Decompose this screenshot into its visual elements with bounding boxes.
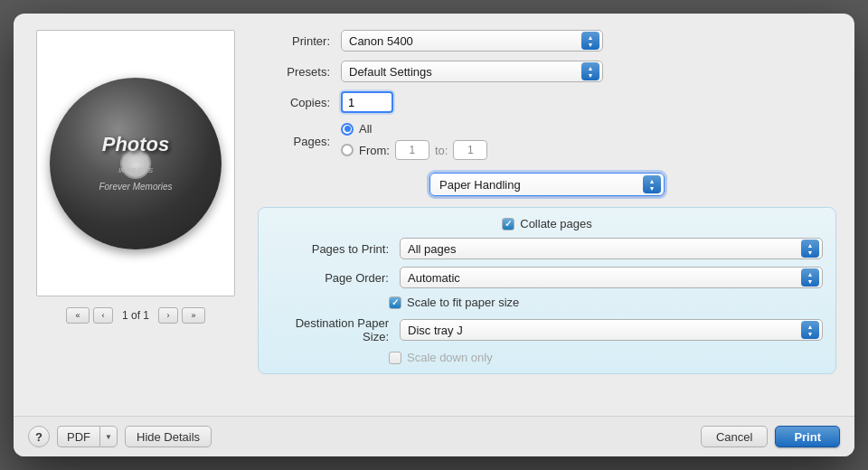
cancel-button[interactable]: Cancel	[701, 426, 768, 447]
hide-details-button[interactable]: Hide Details	[125, 426, 212, 447]
pages-row: Pages: All From: to:	[258, 122, 836, 160]
copies-input[interactable]	[341, 91, 393, 113]
presets-label: Presets:	[258, 65, 330, 79]
last-page-button[interactable]: »	[182, 307, 205, 324]
disc-container: Photos Life IMPRINTS Forever Memories	[50, 78, 222, 249]
paper-handling-section: Collate pages Pages to Print: All pages …	[258, 207, 836, 374]
printer-label: Printer:	[258, 34, 330, 48]
dialog-footer: ? PDF ▼ Hide Details Cancel Print	[14, 416, 854, 456]
pages-label: Pages:	[258, 135, 330, 148]
collate-checkbox[interactable]	[502, 218, 514, 230]
all-pages-label: All	[359, 122, 372, 136]
disc: Photos Life IMPRINTS Forever Memories	[50, 78, 222, 249]
page-order-label: Page Order:	[271, 271, 389, 285]
first-page-button[interactable]: «	[66, 307, 90, 324]
page-order-row: Page Order: Automatic Normal Reverse	[271, 267, 823, 288]
from-pages-label: From:	[359, 144, 390, 157]
from-pages-radio[interactable]	[341, 144, 354, 156]
dest-paper-label: Destination Paper Size:	[271, 316, 389, 343]
preview-panel: Photos Life IMPRINTS Forever Memories « …	[32, 30, 240, 407]
preview-nav: « ‹ 1 of 1 › »	[66, 307, 205, 324]
scale-down-label: Scale down only	[407, 351, 493, 364]
dialog-main: Photos Life IMPRINTS Forever Memories « …	[14, 14, 854, 416]
section-select[interactable]: Paper Handling Layout Color Matching Pap…	[429, 173, 665, 196]
collate-label: Collate pages	[520, 217, 592, 230]
collate-checkbox-row: Collate pages	[502, 217, 592, 230]
disc-title: Photos	[102, 135, 170, 155]
pages-to-print-select[interactable]: All pages Odd pages only Even pages only	[400, 238, 823, 259]
from-pages-radio-row: From: to:	[341, 140, 487, 160]
scale-checkbox[interactable]	[389, 296, 401, 309]
page-order-select[interactable]: Automatic Normal Reverse	[400, 267, 823, 288]
pages-radio-group: All From: to:	[341, 122, 487, 160]
pages-to-print-row: Pages to Print: All pages Odd pages only…	[271, 238, 823, 259]
preview-page: Photos Life IMPRINTS Forever Memories	[36, 30, 235, 296]
settings-panel: Printer: Canon 5400 Presets: Default Set…	[258, 30, 836, 407]
print-dialog: Photos Life IMPRINTS Forever Memories « …	[14, 14, 854, 456]
dest-paper-select[interactable]: Disc tray J Letter A4 Legal	[400, 319, 823, 341]
printer-select-wrapper: Canon 5400	[341, 30, 603, 52]
scale-fit-row: Scale to fit paper size	[271, 296, 823, 309]
to-input[interactable]	[453, 140, 487, 160]
all-pages-radio-row: All	[341, 122, 487, 136]
print-button[interactable]: Print	[775, 426, 840, 447]
from-to-inputs: to:	[395, 140, 487, 160]
to-label: to:	[435, 144, 448, 157]
disc-subtitle3: Forever Memories	[99, 182, 172, 192]
presets-select-wrapper: Default Settings	[341, 61, 603, 82]
section-selector: Paper Handling Layout Color Matching Pap…	[258, 173, 836, 196]
pages-to-print-label: Pages to Print:	[271, 242, 389, 256]
pdf-arrow-button[interactable]: ▼	[99, 426, 118, 447]
page-indicator: 1 of 1	[122, 309, 149, 322]
printer-row: Printer: Canon 5400	[258, 30, 836, 52]
printer-select[interactable]: Canon 5400	[341, 30, 603, 52]
from-input[interactable]	[395, 140, 429, 160]
pdf-group: PDF ▼	[57, 426, 118, 447]
pages-to-print-select-wrapper: All pages Odd pages only Even pages only	[400, 238, 823, 259]
scale-down-row: Scale down only	[271, 351, 823, 364]
scale-down-checkbox[interactable]	[389, 352, 401, 364]
disc-text: Photos Life IMPRINTS Forever Memories	[50, 78, 222, 249]
pdf-button[interactable]: PDF	[57, 426, 99, 447]
copies-label: Copies:	[258, 96, 330, 109]
page-order-select-wrapper: Automatic Normal Reverse	[400, 267, 823, 288]
scale-down-checkbox-row: Scale down only	[389, 351, 493, 364]
copies-row: Copies:	[258, 91, 836, 113]
scale-checkbox-row: Scale to fit paper size	[389, 296, 519, 309]
next-page-button[interactable]: ›	[158, 307, 178, 324]
scale-label: Scale to fit paper size	[407, 296, 519, 309]
collate-row: Collate pages	[271, 217, 823, 230]
all-pages-radio[interactable]	[341, 123, 354, 136]
disc-subtitle2: IMPRINTS	[118, 166, 153, 174]
help-button[interactable]: ?	[28, 426, 50, 447]
presets-row: Presets: Default Settings	[258, 61, 836, 82]
section-select-wrapper: Paper Handling Layout Color Matching Pap…	[429, 173, 665, 196]
disc-subtitle1: Life	[129, 156, 143, 165]
prev-page-button[interactable]: ‹	[93, 307, 113, 324]
dest-paper-row: Destination Paper Size: Disc tray J Lett…	[271, 316, 823, 343]
presets-select[interactable]: Default Settings	[341, 61, 603, 82]
dest-paper-select-wrapper: Disc tray J Letter A4 Legal	[400, 319, 823, 341]
